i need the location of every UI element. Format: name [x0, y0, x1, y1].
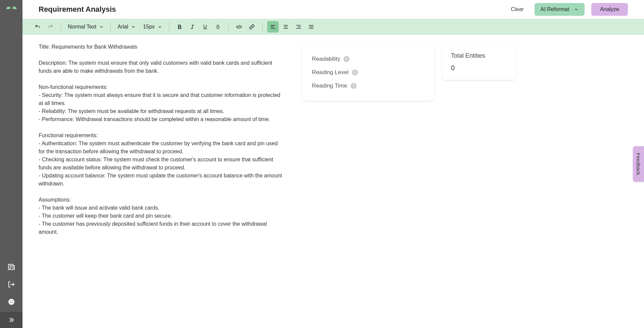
code-button[interactable]: [233, 21, 245, 33]
editor-line[interactable]: - Security: The system must always ensur…: [39, 91, 282, 107]
chevron-down-icon: [131, 24, 136, 29]
editor-content[interactable]: Title: Requirements for Bank Withdrawals…: [39, 43, 282, 236]
svg-point-4: [10, 303, 11, 304]
entities-column: Total Entities 0: [442, 35, 523, 328]
main-area: Requirement Analysis Clear AI Reformat A…: [22, 0, 644, 328]
editor-line[interactable]: Title: Requirements for Bank Withdrawals: [39, 43, 282, 51]
sidebar-bottom-icons: [7, 262, 16, 312]
toolbar-separator: [262, 22, 263, 32]
metric-label: Readability: [312, 56, 340, 62]
chevron-down-icon: [574, 7, 579, 12]
editor-line[interactable]: - Updating account balance: The system m…: [39, 172, 282, 188]
editor-toolbar: Normal Text Arial 15px: [22, 19, 644, 35]
metric-reading-time: Reading Time i: [312, 79, 425, 93]
analyze-button[interactable]: Analyze: [591, 3, 628, 16]
metrics-column: Readability i Reading Level i Reading Ti…: [294, 35, 442, 328]
editor-line[interactable]: - Checking account status: The system mu…: [39, 156, 282, 172]
svg-point-1: [8, 299, 14, 305]
fontsize-label: 15px: [143, 24, 155, 30]
svg-point-5: [12, 302, 13, 303]
page-title: Requirement Analysis: [39, 5, 116, 14]
header-actions: Clear AI Reformat Analyze: [507, 3, 628, 16]
underline-button[interactable]: [199, 21, 211, 33]
metric-readability: Readability i: [312, 52, 425, 66]
info-icon[interactable]: i: [352, 69, 358, 75]
ai-reformat-button[interactable]: AI Reformat: [535, 3, 585, 16]
editor-line[interactable]: - Reliability: The system must be availa…: [39, 107, 282, 115]
align-left-button[interactable]: [267, 21, 279, 33]
header: Requirement Analysis Clear AI Reformat A…: [22, 0, 644, 19]
cookie-icon[interactable]: [7, 297, 16, 307]
font-label: Arial: [118, 24, 128, 30]
svg-point-3: [11, 300, 12, 302]
editor-line[interactable]: - Authentication: The system must authen…: [39, 140, 282, 156]
metric-label: Reading Time: [312, 83, 347, 89]
metric-reading-level: Reading Level i: [312, 66, 425, 79]
editor-line[interactable]: Functional requirements:: [39, 131, 282, 140]
editor-line[interactable]: - The customer will keep their bank card…: [39, 212, 282, 220]
news-icon[interactable]: [7, 262, 16, 272]
editor-line[interactable]: Description: The system must ensure that…: [39, 59, 282, 75]
info-icon[interactable]: i: [351, 83, 357, 89]
toolbar-separator: [228, 22, 229, 32]
editor-line[interactable]: Assumptions:: [39, 196, 282, 204]
svg-point-2: [10, 301, 11, 302]
ai-reformat-label: AI Reformat: [541, 6, 569, 12]
bold-button[interactable]: [174, 21, 185, 33]
clear-button[interactable]: Clear: [507, 4, 527, 15]
fontsize-select[interactable]: 15px: [141, 24, 164, 30]
align-justify-button[interactable]: [306, 21, 317, 33]
editor-line[interactable]: - The bank will issue and activate valid…: [39, 204, 282, 212]
toolbar-separator: [169, 22, 169, 32]
strikethrough-button[interactable]: [212, 21, 224, 33]
editor-line[interactable]: - The customer has previously deposited …: [39, 220, 282, 236]
entities-value: 0: [451, 64, 507, 72]
editor-line[interactable]: Non-functional requirements:: [39, 83, 282, 91]
undo-button[interactable]: [32, 21, 43, 33]
toolbar-separator: [61, 22, 61, 32]
info-icon[interactable]: i: [343, 56, 350, 62]
sidebar-expand-button[interactable]: [0, 312, 22, 328]
align-right-button[interactable]: [293, 21, 304, 33]
font-select[interactable]: Arial: [116, 24, 138, 30]
app-root: Requirement Analysis Clear AI Reformat A…: [0, 0, 644, 328]
redo-button[interactable]: [45, 21, 56, 33]
editor-column[interactable]: Title: Requirements for Bank Withdrawals…: [22, 35, 294, 328]
align-center-button[interactable]: [280, 21, 291, 33]
italic-button[interactable]: [187, 21, 198, 33]
entities-title: Total Entities: [451, 52, 507, 59]
entities-card: Total Entities 0: [442, 44, 515, 80]
logout-icon[interactable]: [7, 280, 16, 289]
chevron-down-icon: [157, 24, 162, 29]
logo-icon: [5, 4, 18, 12]
chevron-down-icon: [99, 24, 104, 29]
sidebar: [0, 0, 22, 328]
metric-label: Reading Level: [312, 69, 349, 76]
toolbar-separator: [110, 22, 111, 32]
text-style-select[interactable]: Normal Text: [66, 24, 106, 30]
feedback-tab[interactable]: Feedback: [633, 146, 644, 182]
editor-line[interactable]: - Performance: Withdrawal transactions s…: [39, 115, 282, 123]
link-button[interactable]: [246, 21, 258, 33]
metrics-card: Readability i Reading Level i Reading Ti…: [303, 44, 434, 101]
text-style-label: Normal Text: [68, 24, 96, 30]
body-area: Title: Requirements for Bank Withdrawals…: [22, 35, 644, 328]
